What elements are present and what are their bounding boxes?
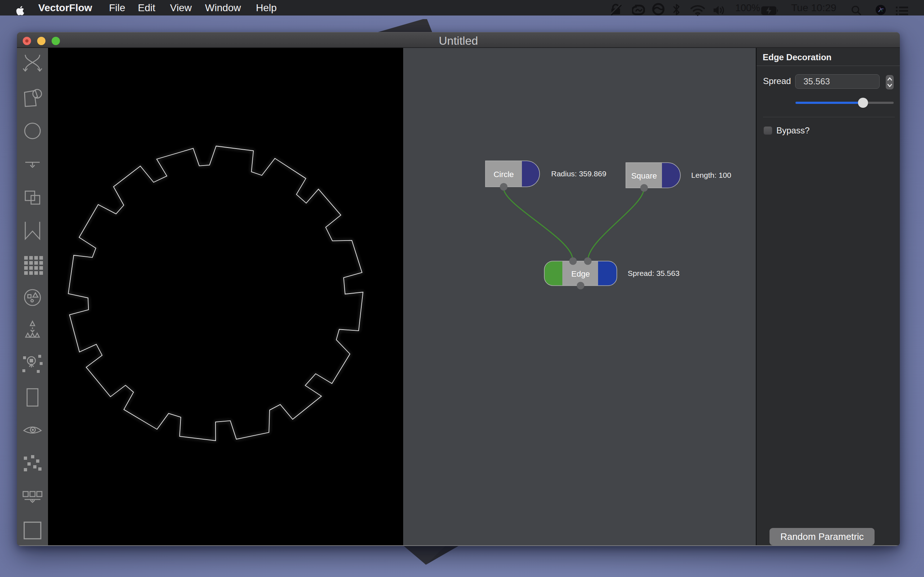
svg-text:Circle: Circle — [493, 170, 514, 179]
svg-text:Edge: Edge — [571, 269, 590, 279]
svg-text:Square: Square — [631, 171, 657, 180]
